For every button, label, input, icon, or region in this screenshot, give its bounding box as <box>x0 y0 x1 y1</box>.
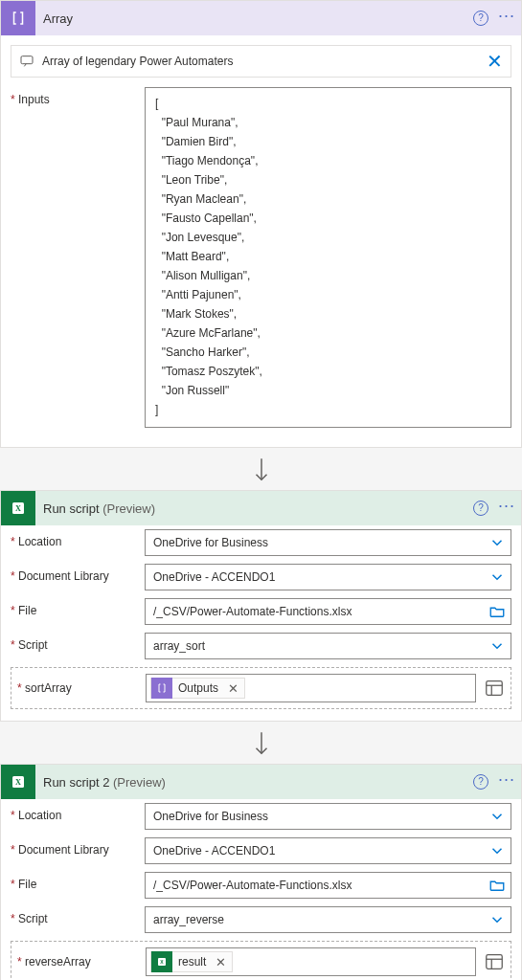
card-title: Run script (Preview) <box>43 501 465 516</box>
reversearray-label: reverseArray <box>17 955 146 969</box>
card-header[interactable]: Array ? ··· <box>1 1 521 35</box>
svg-text:X: X <box>15 778 21 787</box>
card-header[interactable]: X Run script 2 (Preview) ? ··· <box>1 765 521 799</box>
card-title: Run script 2 (Preview) <box>43 775 465 790</box>
file-input[interactable]: /_CSV/Power-Automate-Functions.xlsx <box>145 872 511 899</box>
close-icon[interactable]: ✕ <box>487 52 503 71</box>
inputs-label: Inputs <box>11 87 145 106</box>
script-label: Script <box>11 633 145 652</box>
dynamic-content-icon[interactable] <box>484 951 505 972</box>
card-header[interactable]: X Run script (Preview) ? ··· <box>1 491 521 525</box>
token-result[interactable]: X result ✕ <box>150 951 233 972</box>
excel-icon: X <box>151 951 172 972</box>
library-select[interactable]: OneDrive - ACCENDO1 <box>145 837 511 864</box>
script-select[interactable]: array_reverse <box>145 906 511 933</box>
action-card-run-script-1: X Run script (Preview) ? ··· Location On… <box>0 490 522 722</box>
inputs-textarea[interactable]: [ "Paul Murana", "Damien Bird", "Tiago M… <box>145 87 511 428</box>
svg-rect-0 <box>21 56 33 64</box>
script-select[interactable]: array_sort <box>145 633 511 659</box>
param-block: reverseArray X result ✕ <box>11 941 511 980</box>
card-title: Array <box>43 11 465 26</box>
location-label: Location <box>11 529 145 548</box>
folder-icon[interactable] <box>488 603 506 620</box>
comment-icon <box>19 54 34 69</box>
data-operation-icon <box>151 678 172 699</box>
excel-icon: X <box>1 491 35 525</box>
library-label: Document Library <box>11 837 145 857</box>
file-label: File <box>11 598 145 617</box>
comment-row: Array of legendary Power Automaters ✕ <box>11 45 511 78</box>
location-label: Location <box>11 803 145 822</box>
sortarray-label: sortArray <box>17 681 146 695</box>
script-label: Script <box>11 906 145 925</box>
sortarray-input[interactable]: Outputs ✕ <box>146 674 476 702</box>
connector-arrow <box>0 725 522 764</box>
token-remove-icon[interactable]: ✕ <box>212 955 230 969</box>
svg-rect-10 <box>487 955 503 969</box>
file-input[interactable]: /_CSV/Power-Automate-Functions.xlsx <box>145 598 511 625</box>
data-operation-icon <box>1 1 35 35</box>
help-icon[interactable]: ? <box>473 774 488 790</box>
excel-icon: X <box>1 765 35 799</box>
more-icon[interactable]: ··· <box>498 10 515 27</box>
action-card-run-script-2: X Run script 2 (Preview) ? ··· Location … <box>0 764 522 980</box>
more-icon[interactable]: ··· <box>498 500 515 517</box>
connector-arrow <box>0 452 522 490</box>
dynamic-content-icon[interactable] <box>484 678 505 699</box>
location-select[interactable]: OneDrive for Business <box>145 529 511 556</box>
file-label: File <box>11 872 145 891</box>
help-icon[interactable]: ? <box>473 11 488 26</box>
help-icon[interactable]: ? <box>473 501 488 516</box>
more-icon[interactable]: ··· <box>498 773 515 791</box>
library-label: Document Library <box>11 564 145 583</box>
action-card-array: Array ? ··· Array of legendary Power Aut… <box>0 0 522 448</box>
svg-text:X: X <box>15 504 21 513</box>
comment-text: Array of legendary Power Automaters <box>42 55 487 68</box>
reversearray-input[interactable]: X result ✕ <box>146 947 476 976</box>
library-select[interactable]: OneDrive - ACCENDO1 <box>145 564 511 590</box>
param-block: sortArray Outputs ✕ <box>11 667 511 709</box>
folder-icon[interactable] <box>488 877 506 894</box>
token-remove-icon[interactable]: ✕ <box>224 681 242 696</box>
token-outputs[interactable]: Outputs ✕ <box>150 678 245 699</box>
location-select[interactable]: OneDrive for Business <box>145 803 511 830</box>
svg-rect-3 <box>487 681 503 696</box>
